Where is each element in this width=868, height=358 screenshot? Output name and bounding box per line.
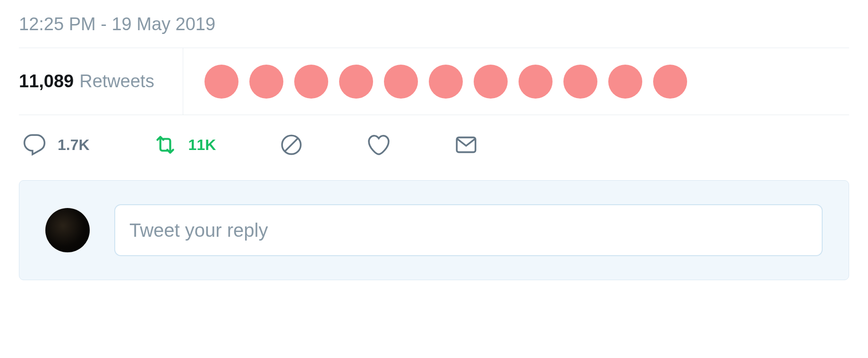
tweet-timestamp[interactable]: 12:25 PM - 19 May 2019 — [19, 0, 849, 48]
reply-icon — [23, 133, 46, 157]
retweet-button[interactable]: 11K — [153, 133, 216, 157]
retweet-icon — [153, 133, 177, 157]
retweeter-avatar[interactable] — [519, 65, 553, 99]
retweet-count: 11K — [188, 136, 216, 154]
retweeter-avatar[interactable] — [653, 65, 687, 99]
reply-count: 1.7K — [58, 136, 90, 154]
retweeter-avatar[interactable] — [608, 65, 642, 99]
block-icon — [280, 133, 303, 157]
svg-line-1 — [285, 138, 298, 151]
like-button[interactable] — [367, 133, 391, 157]
retweeter-avatar[interactable] — [204, 65, 238, 99]
block-button[interactable] — [280, 133, 303, 157]
retweeter-avatar[interactable] — [384, 65, 418, 99]
tweet-actions: 1.7K 11K — [19, 115, 849, 175]
retweeter-avatars — [183, 65, 687, 99]
retweeter-avatar[interactable] — [294, 65, 328, 99]
envelope-icon — [454, 133, 478, 157]
retweeter-avatar[interactable] — [474, 65, 508, 99]
retweeter-avatar[interactable] — [429, 65, 463, 99]
reply-input[interactable] — [114, 204, 823, 256]
retweeter-avatar[interactable] — [249, 65, 283, 99]
heart-icon — [367, 133, 391, 157]
reply-compose-box — [19, 180, 849, 280]
retweets-label: Retweets — [79, 71, 154, 92]
message-button[interactable] — [454, 133, 478, 157]
retweeter-avatar[interactable] — [339, 65, 373, 99]
retweets-stat[interactable]: 11,089 Retweets — [19, 48, 183, 115]
stats-bar: 11,089 Retweets — [19, 48, 849, 115]
reply-button[interactable]: 1.7K — [23, 133, 90, 157]
user-avatar[interactable] — [45, 208, 90, 252]
retweets-count: 11,089 — [19, 71, 74, 92]
retweeter-avatar[interactable] — [563, 65, 597, 99]
